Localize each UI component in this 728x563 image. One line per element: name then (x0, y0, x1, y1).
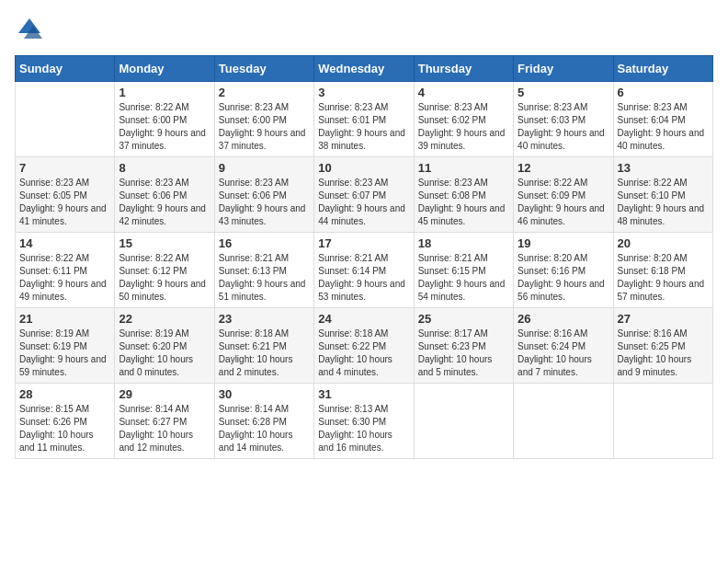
day-info: Sunrise: 8:23 AM Sunset: 6:08 PM Dayligh… (418, 177, 509, 228)
calendar-cell: 30Sunrise: 8:14 AM Sunset: 6:28 PM Dayli… (214, 384, 313, 459)
day-number: 11 (418, 161, 509, 175)
day-info: Sunrise: 8:19 AM Sunset: 6:20 PM Dayligh… (119, 327, 210, 379)
calendar-cell: 23Sunrise: 8:18 AM Sunset: 6:21 PM Dayli… (214, 308, 313, 384)
calendar-cell: 31Sunrise: 8:13 AM Sunset: 6:30 PM Dayli… (314, 384, 414, 459)
calendar-week-row: 1Sunrise: 8:22 AM Sunset: 6:00 PM Daylig… (16, 82, 713, 157)
day-info: Sunrise: 8:13 AM Sunset: 6:30 PM Dayligh… (318, 403, 409, 454)
day-info: Sunrise: 8:21 AM Sunset: 6:13 PM Dayligh… (219, 252, 310, 304)
header-day: Tuesday (214, 56, 313, 82)
calendar-cell: 27Sunrise: 8:16 AM Sunset: 6:25 PM Dayli… (613, 308, 712, 384)
day-number: 5 (518, 86, 609, 99)
calendar-cell: 20Sunrise: 8:20 AM Sunset: 6:18 PM Dayli… (613, 233, 712, 308)
calendar-cell: 7Sunrise: 8:23 AM Sunset: 6:05 PM Daylig… (16, 157, 115, 233)
day-number: 27 (618, 312, 709, 326)
logo-icon (15, 15, 44, 44)
day-info: Sunrise: 8:14 AM Sunset: 6:27 PM Dayligh… (119, 403, 210, 454)
calendar-cell: 11Sunrise: 8:23 AM Sunset: 6:08 PM Dayli… (414, 157, 513, 233)
header-day: Wednesday (314, 56, 414, 82)
day-number: 23 (219, 312, 310, 326)
calendar-cell (414, 384, 513, 459)
calendar-cell (514, 384, 613, 459)
day-number: 2 (219, 86, 310, 99)
header-day: Friday (514, 56, 613, 82)
calendar-cell: 24Sunrise: 8:18 AM Sunset: 6:22 PM Dayli… (314, 308, 414, 384)
calendar-cell: 25Sunrise: 8:17 AM Sunset: 6:23 PM Dayli… (414, 308, 513, 384)
calendar-cell: 14Sunrise: 8:22 AM Sunset: 6:11 PM Dayli… (16, 233, 115, 308)
day-info: Sunrise: 8:23 AM Sunset: 6:06 PM Dayligh… (119, 177, 210, 228)
day-number: 1 (119, 86, 210, 99)
calendar-cell: 18Sunrise: 8:21 AM Sunset: 6:15 PM Dayli… (414, 233, 513, 308)
day-number: 14 (19, 236, 110, 250)
day-info: Sunrise: 8:23 AM Sunset: 6:05 PM Dayligh… (19, 177, 110, 228)
day-number: 21 (19, 312, 110, 326)
calendar-cell: 26Sunrise: 8:16 AM Sunset: 6:24 PM Dayli… (514, 308, 613, 384)
calendar-cell: 22Sunrise: 8:19 AM Sunset: 6:20 PM Dayli… (115, 308, 214, 384)
calendar-cell (613, 384, 712, 459)
day-info: Sunrise: 8:18 AM Sunset: 6:21 PM Dayligh… (219, 327, 310, 379)
calendar-week-row: 7Sunrise: 8:23 AM Sunset: 6:05 PM Daylig… (16, 157, 713, 233)
calendar-cell: 28Sunrise: 8:15 AM Sunset: 6:26 PM Dayli… (16, 384, 115, 459)
calendar-cell: 16Sunrise: 8:21 AM Sunset: 6:13 PM Dayli… (214, 233, 313, 308)
day-info: Sunrise: 8:20 AM Sunset: 6:18 PM Dayligh… (618, 252, 709, 304)
day-number: 20 (618, 236, 709, 250)
calendar-cell: 8Sunrise: 8:23 AM Sunset: 6:06 PM Daylig… (115, 157, 214, 233)
calendar-cell: 12Sunrise: 8:22 AM Sunset: 6:09 PM Dayli… (514, 157, 613, 233)
calendar-cell: 21Sunrise: 8:19 AM Sunset: 6:19 PM Dayli… (16, 308, 115, 384)
day-info: Sunrise: 8:22 AM Sunset: 6:09 PM Dayligh… (518, 177, 609, 228)
day-number: 4 (418, 86, 509, 99)
day-info: Sunrise: 8:17 AM Sunset: 6:23 PM Dayligh… (418, 327, 509, 379)
calendar-cell: 10Sunrise: 8:23 AM Sunset: 6:07 PM Dayli… (314, 157, 414, 233)
calendar-cell: 3Sunrise: 8:23 AM Sunset: 6:01 PM Daylig… (314, 82, 414, 157)
day-info: Sunrise: 8:22 AM Sunset: 6:10 PM Dayligh… (618, 177, 709, 228)
day-number: 13 (618, 161, 709, 175)
calendar-cell: 19Sunrise: 8:20 AM Sunset: 6:16 PM Dayli… (514, 233, 613, 308)
day-info: Sunrise: 8:23 AM Sunset: 6:01 PM Dayligh… (318, 101, 409, 153)
day-number: 31 (318, 387, 409, 401)
calendar-cell: 6Sunrise: 8:23 AM Sunset: 6:04 PM Daylig… (613, 82, 712, 157)
calendar-table: SundayMondayTuesdayWednesdayThursdayFrid… (15, 55, 713, 459)
calendar-cell: 15Sunrise: 8:22 AM Sunset: 6:12 PM Dayli… (115, 233, 214, 308)
day-info: Sunrise: 8:22 AM Sunset: 6:12 PM Dayligh… (119, 252, 210, 304)
day-number: 6 (618, 86, 709, 99)
day-info: Sunrise: 8:18 AM Sunset: 6:22 PM Dayligh… (318, 327, 409, 379)
day-info: Sunrise: 8:22 AM Sunset: 6:00 PM Dayligh… (119, 101, 210, 153)
day-number: 25 (418, 312, 509, 326)
day-number: 26 (518, 312, 609, 326)
header-day: Saturday (613, 56, 712, 82)
calendar-cell: 29Sunrise: 8:14 AM Sunset: 6:27 PM Dayli… (115, 384, 214, 459)
day-info: Sunrise: 8:20 AM Sunset: 6:16 PM Dayligh… (518, 252, 609, 304)
day-number: 16 (219, 236, 310, 250)
calendar-cell: 13Sunrise: 8:22 AM Sunset: 6:10 PM Dayli… (613, 157, 712, 233)
page-header (15, 15, 713, 44)
day-number: 28 (19, 387, 110, 401)
day-number: 7 (19, 161, 110, 175)
day-number: 22 (119, 312, 210, 326)
day-info: Sunrise: 8:21 AM Sunset: 6:14 PM Dayligh… (318, 252, 409, 304)
day-number: 24 (318, 312, 409, 326)
day-info: Sunrise: 8:15 AM Sunset: 6:26 PM Dayligh… (19, 403, 110, 454)
day-info: Sunrise: 8:21 AM Sunset: 6:15 PM Dayligh… (418, 252, 509, 304)
calendar-week-row: 14Sunrise: 8:22 AM Sunset: 6:11 PM Dayli… (16, 233, 713, 308)
day-number: 17 (318, 236, 409, 250)
calendar-cell: 4Sunrise: 8:23 AM Sunset: 6:02 PM Daylig… (414, 82, 513, 157)
day-info: Sunrise: 8:14 AM Sunset: 6:28 PM Dayligh… (219, 403, 310, 454)
day-number: 18 (418, 236, 509, 250)
day-number: 12 (518, 161, 609, 175)
header-day: Monday (115, 56, 214, 82)
day-number: 3 (318, 86, 409, 99)
day-number: 29 (119, 387, 210, 401)
calendar-week-row: 21Sunrise: 8:19 AM Sunset: 6:19 PM Dayli… (16, 308, 713, 384)
day-info: Sunrise: 8:23 AM Sunset: 6:02 PM Dayligh… (418, 101, 509, 153)
calendar-cell (16, 82, 115, 157)
day-number: 8 (119, 161, 210, 175)
calendar-cell: 9Sunrise: 8:23 AM Sunset: 6:06 PM Daylig… (214, 157, 313, 233)
day-number: 15 (119, 236, 210, 250)
day-info: Sunrise: 8:22 AM Sunset: 6:11 PM Dayligh… (19, 252, 110, 304)
day-info: Sunrise: 8:23 AM Sunset: 6:00 PM Dayligh… (219, 101, 310, 153)
day-info: Sunrise: 8:19 AM Sunset: 6:19 PM Dayligh… (19, 327, 110, 379)
calendar-cell: 17Sunrise: 8:21 AM Sunset: 6:14 PM Dayli… (314, 233, 414, 308)
day-info: Sunrise: 8:23 AM Sunset: 6:03 PM Dayligh… (518, 101, 609, 153)
day-info: Sunrise: 8:16 AM Sunset: 6:24 PM Dayligh… (518, 327, 609, 379)
day-number: 9 (219, 161, 310, 175)
svg-marker-0 (18, 18, 40, 33)
